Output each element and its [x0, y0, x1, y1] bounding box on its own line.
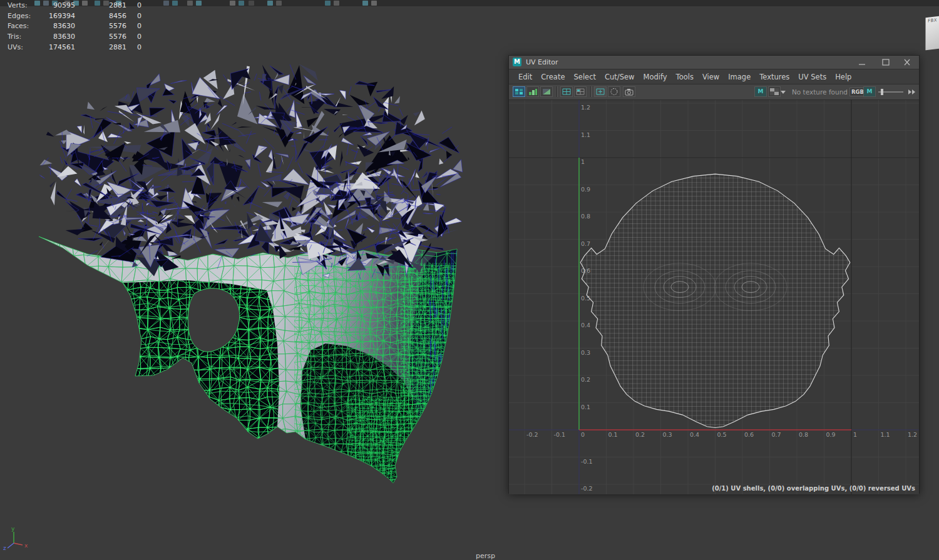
- shelf-icon[interactable]: [334, 1, 339, 6]
- shelf-icon[interactable]: [276, 1, 282, 6]
- shelf-icon[interactable]: [371, 1, 377, 6]
- shelf-icon[interactable]: [196, 1, 202, 6]
- svg-text:-0.1: -0.1: [581, 458, 593, 465]
- toolbar-overflow-arrows[interactable]: [907, 88, 917, 96]
- shelf-icon[interactable]: [230, 1, 235, 6]
- shelf-icon[interactable]: [187, 1, 193, 6]
- hud-row: Tris:8363055760: [8, 33, 151, 43]
- svg-text:0.7: 0.7: [772, 431, 781, 438]
- svg-text:-0.1: -0.1: [554, 431, 566, 438]
- uv-editor-toolbar: M No texture found RGB M: [509, 84, 919, 100]
- uv-grid-and-shell: -0.2-0.2-0.1-0.100.10.10.20.20.30.30.40.…: [509, 100, 919, 494]
- shelf-icon[interactable]: [267, 1, 273, 6]
- checker-map-icon[interactable]: [768, 86, 781, 97]
- hud-row: Edges:16939484560: [8, 12, 151, 23]
- menu-modify[interactable]: Modify: [639, 70, 671, 84]
- svg-text:1.2: 1.2: [581, 104, 590, 111]
- corner-panel-label: FBX: [926, 16, 939, 24]
- svg-text:0.6: 0.6: [744, 431, 754, 438]
- shelf-icon[interactable]: [163, 1, 169, 6]
- exposure-slider-handle[interactable]: [881, 89, 883, 95]
- image-ratio-icon[interactable]: M: [863, 86, 876, 97]
- toolbar-separator: [557, 86, 558, 97]
- menu-help[interactable]: Help: [831, 70, 856, 84]
- svg-text:0.2: 0.2: [635, 431, 645, 438]
- maximize-button[interactable]: [878, 57, 894, 68]
- close-button[interactable]: [899, 57, 915, 68]
- shelf-icon[interactable]: [325, 1, 331, 6]
- svg-text:1.1: 1.1: [881, 431, 890, 438]
- image-display-icon[interactable]: M: [754, 86, 767, 97]
- svg-text:0.3: 0.3: [663, 431, 672, 438]
- svg-text:1: 1: [581, 158, 585, 165]
- menu-uv-sets[interactable]: UV Sets: [794, 70, 831, 84]
- dim-image-icon[interactable]: [608, 86, 620, 97]
- corner-panel-fragment: FBX: [925, 16, 939, 51]
- svg-text:0.4: 0.4: [690, 431, 699, 438]
- shelf-icon[interactable]: [239, 1, 244, 6]
- menu-create[interactable]: Create: [536, 70, 569, 84]
- svg-text:0.7: 0.7: [581, 240, 590, 247]
- menu-select[interactable]: Select: [570, 70, 600, 84]
- svg-text:x: x: [24, 542, 28, 549]
- exposure-slider[interactable]: [878, 91, 903, 93]
- maya-application: Verts:9059528810Edges:16939484560Faces:8…: [0, 0, 939, 560]
- toolbar-separator: [590, 86, 592, 97]
- uv-checker-display-icon[interactable]: [540, 86, 553, 97]
- svg-text:0: 0: [581, 431, 585, 438]
- uv-editor-titlebar[interactable]: M UV Editor: [509, 56, 919, 69]
- menu-edit[interactable]: Edit: [514, 70, 536, 84]
- uv-canvas[interactable]: -0.2-0.2-0.1-0.100.10.10.20.20.30.30.40.…: [509, 100, 919, 494]
- uv-distortion-icon[interactable]: [526, 86, 539, 97]
- svg-text:0.9: 0.9: [826, 431, 836, 438]
- texture-dropdown-caret[interactable]: [781, 91, 786, 94]
- uv-shell-status: (0/1) UV shells, (0/0) overlapping UVs, …: [712, 485, 915, 492]
- poly-count-hud: Verts:9059528810Edges:16939484560Faces:8…: [8, 1, 151, 53]
- pixel-snap-icon[interactable]: [574, 86, 587, 97]
- svg-text:1.1: 1.1: [581, 131, 590, 138]
- menu-textures[interactable]: Textures: [755, 70, 794, 84]
- shelf-icon[interactable]: [172, 1, 178, 6]
- menu-cut-sew[interactable]: Cut/Sew: [600, 70, 639, 84]
- svg-text:0.2: 0.2: [581, 376, 590, 383]
- svg-text:1: 1: [853, 431, 857, 438]
- svg-text:0.9: 0.9: [581, 186, 590, 193]
- menu-image[interactable]: Image: [724, 70, 755, 84]
- hud-row: Verts:9059528810: [8, 1, 151, 12]
- svg-text:0.1: 0.1: [581, 404, 590, 410]
- svg-text:y: y: [11, 526, 15, 532]
- svg-text:0.3: 0.3: [581, 349, 590, 356]
- minimize-button[interactable]: [854, 57, 870, 68]
- svg-text:0.5: 0.5: [717, 431, 727, 438]
- svg-text:-0.2: -0.2: [581, 485, 593, 492]
- svg-text:z: z: [3, 545, 6, 551]
- camera-label: persp: [476, 552, 495, 560]
- svg-text:0.4: 0.4: [581, 322, 590, 328]
- hud-row: UVs:17456128810: [8, 43, 151, 54]
- grid-icon[interactable]: [560, 86, 573, 97]
- svg-text:1.2: 1.2: [908, 431, 917, 438]
- svg-text:-0.2: -0.2: [526, 431, 538, 438]
- svg-text:0.8: 0.8: [799, 431, 808, 438]
- svg-text:0.1: 0.1: [608, 431, 618, 438]
- uv-shaded-display-icon[interactable]: [513, 86, 525, 97]
- maya-icon: M: [513, 58, 521, 66]
- menu-view[interactable]: View: [698, 70, 724, 84]
- texture-status-text: No texture found: [792, 88, 848, 96]
- view-axis-gizmo: yxz: [1, 524, 31, 557]
- isolate-select-icon[interactable]: [594, 86, 607, 97]
- shelf-icon[interactable]: [362, 1, 368, 6]
- uv-editor-window: M UV Editor EditCreateSelectCut/SewModif…: [508, 55, 920, 494]
- svg-text:0.8: 0.8: [581, 213, 590, 220]
- hud-row: Faces:8363055760: [8, 22, 151, 33]
- window-title: UV Editor: [526, 58, 558, 66]
- menu-tools[interactable]: Tools: [672, 70, 698, 84]
- shelf-icon[interactable]: [249, 1, 254, 6]
- uv-editor-menubar: EditCreateSelectCut/SewModifyToolsViewIm…: [509, 69, 919, 84]
- snapshot-camera-icon[interactable]: [623, 86, 635, 97]
